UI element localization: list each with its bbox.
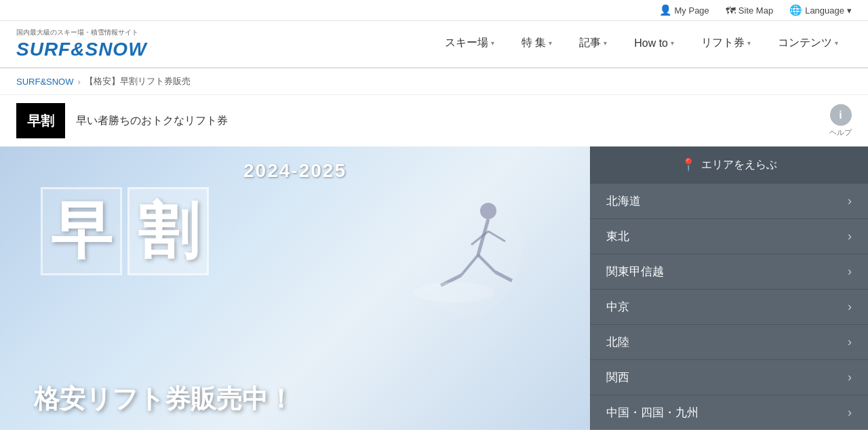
user-icon: 👤 xyxy=(659,4,672,16)
main-content: 2024-2025 早 割 格安リフト券販売中！ xyxy=(0,146,868,430)
chevron-down-icon: ▾ xyxy=(491,39,494,47)
sidebar-header-label: エリアをえらぶ xyxy=(701,158,777,172)
help-label: ヘルプ xyxy=(829,127,852,138)
logo-area[interactable]: 国内最大級のスキー場・積雪情報サイト SURF&SNOW xyxy=(16,28,165,60)
sitemap-link[interactable]: 🗺 Site Map xyxy=(726,5,773,16)
breadcrumb-home[interactable]: SURF&SNOW xyxy=(16,77,74,87)
breadcrumb-separator: › xyxy=(78,77,81,87)
chevron-right-icon: › xyxy=(848,370,852,384)
sidebar-item-hokuriku[interactable]: 北陸 › xyxy=(590,324,868,359)
breadcrumb-current: 【格安】早割リフト券販売 xyxy=(85,75,191,87)
nav-contents[interactable]: コンテンツ ▾ xyxy=(764,21,852,67)
skier-image xyxy=(400,174,536,323)
logo-tagline: 国内最大級のスキー場・積雪情報サイト xyxy=(16,28,165,37)
chevron-down-icon: ▾ xyxy=(747,39,751,47)
promo-banner: 2024-2025 早 割 格安リフト券販売中！ xyxy=(0,146,590,430)
sitemap-icon: 🗺 xyxy=(726,5,736,16)
sidebar-header: 📍 エリアをえらぶ xyxy=(590,146,868,183)
banner-year: 2024-2025 xyxy=(243,160,347,182)
sidebar-item-kansai[interactable]: 関西 › xyxy=(590,359,868,395)
chevron-down-icon: ▾ xyxy=(671,39,674,47)
help-circle-icon: i xyxy=(830,104,852,126)
nav-lift-tickets[interactable]: リフト券 ▾ xyxy=(688,21,764,67)
banner-char-wari: 割 xyxy=(127,187,209,275)
sidebar-item-tohoku[interactable]: 東北 › xyxy=(590,218,868,254)
breadcrumb: SURF&SNOW › 【格安】早割リフト券販売 xyxy=(0,68,868,95)
language-chevron-icon: ▾ xyxy=(847,5,852,16)
mypage-link[interactable]: 👤 My Page xyxy=(659,4,709,16)
svg-point-9 xyxy=(414,282,495,302)
sidebar-item-kanto[interactable]: 関東甲信越 › xyxy=(590,254,868,289)
chevron-right-icon: › xyxy=(848,264,852,279)
nav-howto[interactable]: How to ▾ xyxy=(620,21,688,67)
nav-features[interactable]: 特 集 ▾ xyxy=(508,21,566,67)
chevron-right-icon: › xyxy=(848,194,852,208)
language-label: Language xyxy=(805,5,844,16)
logo-snow: SNOW xyxy=(85,39,146,60)
logo-amp: & xyxy=(71,39,85,60)
sitemap-label: Site Map xyxy=(738,5,773,16)
page-header: 早割 早い者勝ちのおトクなリフト券 i ヘルプ xyxy=(0,95,868,146)
language-selector[interactable]: 🌐 Language ▾ xyxy=(789,4,852,16)
chevron-down-icon: ▾ xyxy=(549,39,552,47)
badge-text: 早割 xyxy=(27,112,54,130)
main-nav: スキー場 ▾ 特 集 ▾ 記事 ▾ How to ▾ リフト券 ▾ コンテンツ … xyxy=(431,21,852,67)
chevron-down-icon: ▾ xyxy=(835,39,838,47)
chevron-right-icon: › xyxy=(848,229,852,243)
chevron-right-icon: › xyxy=(848,335,852,349)
region-sidebar: 📍 エリアをえらぶ 北海道 › 東北 › 関東甲信越 › 中京 › 北陸 › 関… xyxy=(590,146,868,430)
nav-articles[interactable]: 記事 ▾ xyxy=(566,21,620,67)
mypage-label: My Page xyxy=(675,5,709,16)
top-bar: 👤 My Page 🗺 Site Map 🌐 Language ▾ xyxy=(0,0,868,21)
chevron-right-icon: › xyxy=(848,300,852,314)
sidebar-item-chukyo[interactable]: 中京 › xyxy=(590,289,868,324)
svg-point-1 xyxy=(480,203,496,219)
banner-char-hayai: 早 xyxy=(41,187,122,275)
banner-characters: 早 割 xyxy=(41,187,209,275)
nav-ski-resorts[interactable]: スキー場 ▾ xyxy=(431,21,508,67)
system-notice: 【リフト券購入に関するシステム障害について】 現在、リフト券購入時に購入完了画面… xyxy=(0,430,868,434)
logo-surf: SURF xyxy=(16,39,71,60)
hayawari-badge: 早割 xyxy=(16,103,65,138)
banner-bottom-text: 格安リフト券販売中！ xyxy=(34,382,294,416)
help-button[interactable]: i ヘルプ xyxy=(829,104,852,138)
globe-icon: 🌐 xyxy=(789,4,802,16)
page-subtitle: 早い者勝ちのおトクなリフト券 xyxy=(76,114,228,128)
chevron-right-icon: › xyxy=(848,406,852,420)
pin-icon: 📍 xyxy=(681,157,696,172)
site-header: 国内最大級のスキー場・積雪情報サイト SURF&SNOW スキー場 ▾ 特 集 … xyxy=(0,21,868,68)
sidebar-item-chugoku[interactable]: 中国・四国・九州 › xyxy=(590,395,868,430)
sidebar-item-hokkaido[interactable]: 北海道 › xyxy=(590,183,868,218)
logo: SURF&SNOW xyxy=(16,39,165,60)
chevron-down-icon: ▾ xyxy=(604,39,607,47)
